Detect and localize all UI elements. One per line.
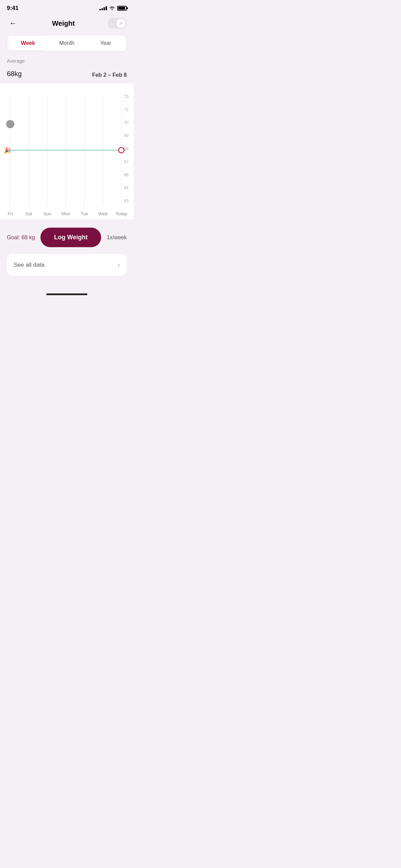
tab-month[interactable]: Month: [47, 37, 86, 50]
svg-text:69: 69: [124, 133, 129, 138]
header: ← Weight ↗: [0, 14, 134, 35]
average-value: 68kg: [7, 64, 25, 78]
svg-text:Sun: Sun: [43, 211, 51, 216]
svg-text:64: 64: [124, 185, 129, 190]
home-bar: [46, 293, 87, 295]
data-point-today[interactable]: [119, 147, 124, 153]
trend-toggle-knob: ↗: [117, 19, 125, 28]
chevron-right-icon: ›: [118, 261, 120, 269]
see-all-card[interactable]: See all data ›: [7, 254, 127, 276]
chart-container: 73 72 70 69 68 67 66 64 63 🎉: [0, 84, 134, 219]
average-label: Average: [7, 58, 25, 64]
svg-text:72: 72: [124, 107, 129, 112]
svg-text:73: 73: [124, 94, 129, 99]
stats-row: Average 68kg Feb 2 – Feb 8: [0, 58, 134, 84]
home-indicator: [0, 289, 134, 298]
data-point-fri[interactable]: [6, 120, 14, 128]
svg-text:Fri: Fri: [8, 211, 13, 216]
bottom-section: Goal: 68 kg Log Weight 1x/week See all d…: [0, 219, 134, 289]
svg-text:Tue: Tue: [81, 211, 88, 216]
average-number: 68: [7, 70, 14, 77]
wifi-icon: [109, 5, 115, 11]
svg-text:63: 63: [124, 198, 129, 203]
svg-text:🎉: 🎉: [3, 147, 11, 154]
log-row: Goal: 68 kg Log Weight 1x/week: [7, 228, 127, 247]
chart-svg: 73 72 70 69 68 67 66 64 63 🎉: [0, 89, 134, 219]
battery-icon: [117, 6, 127, 11]
svg-text:Wed: Wed: [98, 211, 108, 216]
svg-text:66: 66: [124, 172, 129, 177]
svg-text:70: 70: [124, 120, 129, 125]
back-arrow-icon: ←: [9, 19, 17, 28]
chart-area[interactable]: 73 72 70 69 68 67 66 64 63 🎉: [0, 89, 134, 219]
svg-text:68: 68: [124, 146, 129, 151]
average-unit: kg: [14, 70, 22, 77]
svg-text:67: 67: [124, 159, 129, 164]
goal-label: Goal: 68 kg: [7, 234, 35, 241]
back-button[interactable]: ←: [7, 17, 19, 29]
status-icons: [99, 5, 127, 11]
see-all-label: See all data: [14, 262, 45, 268]
svg-text:Mon: Mon: [61, 211, 70, 216]
page-title: Weight: [52, 20, 75, 27]
tab-year[interactable]: Year: [86, 37, 125, 50]
date-range: Feb 2 – Feb 8: [92, 72, 127, 78]
average-container: Average 68kg: [7, 58, 25, 78]
signal-icon: [99, 6, 107, 10]
tab-selector: Week Month Year: [7, 35, 127, 51]
log-weight-button[interactable]: Log Weight: [40, 228, 101, 247]
svg-text:Sat: Sat: [25, 211, 32, 216]
trend-toggle[interactable]: ↗: [108, 18, 127, 29]
trend-icon: ↗: [119, 21, 123, 26]
status-bar: 9:41: [0, 0, 134, 14]
svg-text:Today: Today: [116, 211, 127, 216]
status-time: 9:41: [7, 5, 19, 12]
frequency-label: 1x/week: [107, 234, 127, 241]
tab-week[interactable]: Week: [9, 37, 47, 50]
